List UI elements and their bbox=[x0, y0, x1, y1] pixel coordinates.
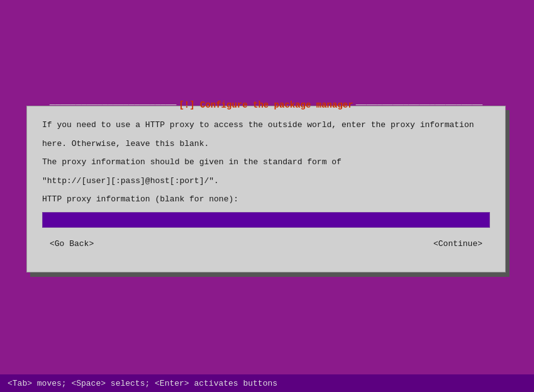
proxy-input[interactable] bbox=[42, 212, 490, 228]
input-label: HTTP proxy information (blank for none): bbox=[42, 193, 490, 206]
screen: ──────────────────────── [!] Configure t… bbox=[0, 0, 534, 392]
description-line4: "http://[user][:pass]@host[:port]/". bbox=[42, 175, 490, 188]
description-line1: If you need to use a HTTP proxy to acces… bbox=[42, 119, 490, 132]
dialog-titlebar: ──────────────────────── [!] Configure t… bbox=[27, 100, 505, 110]
button-row: <Go Back> <Continue> bbox=[42, 238, 490, 250]
go-back-button[interactable]: <Go Back> bbox=[45, 238, 99, 250]
title-dashes-left: ──────────────────────── bbox=[50, 100, 177, 110]
dialog-content: If you need to use a HTTP proxy to acces… bbox=[27, 106, 505, 260]
dialog: ──────────────────────── [!] Configure t… bbox=[26, 106, 506, 272]
description-line3: The proxy information should be given in… bbox=[42, 156, 490, 169]
input-wrapper bbox=[42, 212, 490, 228]
description-line2: here. Otherwise, leave this blank. bbox=[42, 138, 490, 150]
title-dashes-right: ──────────────────────── bbox=[356, 100, 483, 110]
continue-button[interactable]: <Continue> bbox=[428, 238, 487, 250]
statusbar-text: <Tab> moves; <Space> selects; <Enter> ac… bbox=[8, 379, 277, 388]
dialog-title: [!] Configure the package manager bbox=[176, 100, 355, 110]
statusbar: <Tab> moves; <Space> selects; <Enter> ac… bbox=[0, 374, 534, 392]
